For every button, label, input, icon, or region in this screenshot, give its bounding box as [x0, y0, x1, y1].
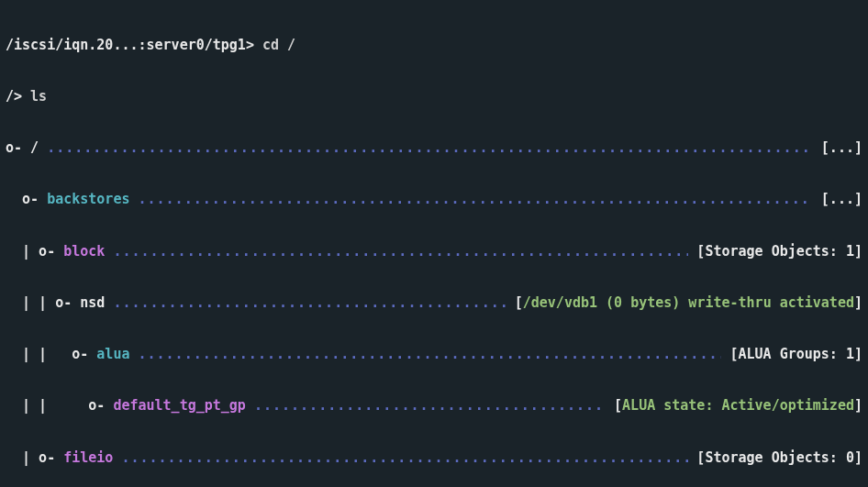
tree-label: / [30, 139, 47, 157]
terminal-window[interactable]: /iscsi/iqn.20...:server0/tpg1> cd / /> l… [0, 0, 868, 487]
tree-info-close: ] [854, 294, 862, 312]
tree-row-backstores: o- backstores ..........................… [6, 191, 862, 208]
tree-prefix: | | o- [6, 346, 96, 363]
tree-row-default-tg: | | o- default_tg_pt_gp ................… [6, 397, 862, 415]
tree-dots: ........................................… [113, 294, 506, 312]
prompt-cmd: cd / [254, 37, 295, 54]
tree-info: [...] [813, 191, 862, 208]
tree-prefix: | | o- [6, 397, 113, 415]
prompt-cmd: ls [22, 88, 47, 105]
tree-info-status: /dev/vdb1 (0 bytes) write-thru activated [523, 294, 854, 312]
tree-prefix: | o- [6, 243, 63, 260]
tree-dots: ........................................… [254, 397, 606, 415]
tree-info: [Storage Objects: 0] [688, 449, 862, 467]
prompt-line-2: /> ls [6, 88, 862, 105]
tree-label: default_tg_pt_gp [113, 397, 254, 415]
tree-info: [ [606, 397, 622, 415]
tree-prefix: | o- [6, 449, 63, 467]
tree-dots: ........................................… [47, 139, 813, 157]
tree-row-root: o- / ...................................… [6, 139, 862, 157]
tree-label: backstores [47, 191, 138, 208]
prompt-path: /> [6, 88, 22, 105]
prompt-path: /iscsi/iqn.20...:server0/tpg1> [6, 37, 254, 54]
tree-info-close: ] [854, 397, 862, 415]
tree-info: [...] [813, 139, 862, 157]
tree-dots: ........................................… [139, 191, 813, 208]
tree-dots: ........................................… [113, 243, 688, 260]
tree-prefix: o- [6, 139, 30, 157]
tree-prefix: | | o- [6, 294, 80, 312]
tree-label: alua [96, 346, 138, 363]
tree-info: [Storage Objects: 1] [688, 243, 862, 260]
tree-row-fileio: | o- fileio ............................… [6, 449, 862, 467]
tree-dots: ........................................… [121, 449, 688, 467]
tree-dots: ........................................… [139, 346, 722, 363]
prompt-line-1: /iscsi/iqn.20...:server0/tpg1> cd / [6, 37, 862, 54]
tree-info: [ [506, 294, 523, 312]
tree-prefix: o- [6, 191, 47, 208]
tree-label: fileio [63, 449, 121, 467]
tree-info-status: ALUA state: Active/optimized [622, 397, 854, 415]
tree-label: block [63, 243, 113, 260]
tree-row-nsd: | | o- nsd .............................… [6, 294, 862, 312]
tree-info: [ALUA Groups: 1] [721, 346, 862, 363]
tree-label: nsd [80, 294, 113, 312]
tree-row-block: | o- block .............................… [6, 243, 862, 260]
tree-row-alua: | | o- alua ............................… [6, 346, 862, 363]
